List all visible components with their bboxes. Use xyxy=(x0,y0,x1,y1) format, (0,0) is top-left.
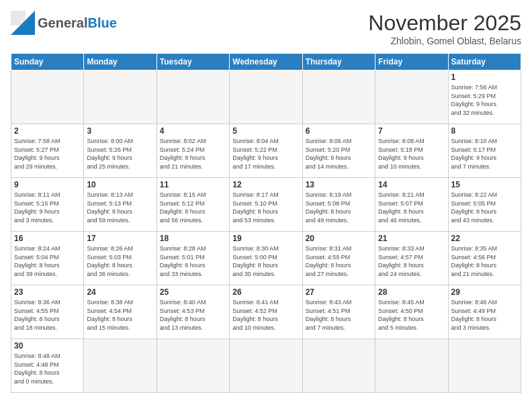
calendar-cell: 9Sunrise: 8:11 AM Sunset: 5:15 PM Daylig… xyxy=(11,178,84,232)
day-number: 11 xyxy=(160,180,226,189)
day-number: 2 xyxy=(14,126,81,136)
day-sun-info: Sunrise: 8:00 AM Sunset: 5:26 PM Dayligh… xyxy=(87,137,153,171)
day-number: 4 xyxy=(160,126,226,136)
day-number: 20 xyxy=(306,234,372,243)
day-number: 19 xyxy=(232,234,299,243)
calendar-cell xyxy=(448,339,521,393)
logo-general: General xyxy=(38,15,87,30)
calendar-cell xyxy=(230,339,302,393)
calendar-cell: 26Sunrise: 8:41 AM Sunset: 4:52 PM Dayli… xyxy=(230,285,302,339)
day-sun-info: Sunrise: 8:40 AM Sunset: 4:53 PM Dayligh… xyxy=(160,298,226,332)
calendar-cell: 1Sunrise: 7:56 AM Sunset: 5:29 PM Daylig… xyxy=(448,71,521,124)
calendar-cell: 13Sunrise: 8:19 AM Sunset: 5:08 PM Dayli… xyxy=(302,178,375,232)
day-number: 6 xyxy=(306,126,372,136)
calendar-cell xyxy=(84,339,157,393)
day-sun-info: Sunrise: 8:43 AM Sunset: 4:51 PM Dayligh… xyxy=(306,298,372,332)
weekday-header-tuesday: Tuesday xyxy=(157,54,229,71)
page-header: GeneralBlue November 2025 Zhlobin, Gomel… xyxy=(11,11,521,46)
calendar-cell: 22Sunrise: 8:35 AM Sunset: 4:56 PM Dayli… xyxy=(448,232,521,285)
day-number: 24 xyxy=(87,287,153,297)
calendar-cell xyxy=(230,71,302,124)
weekday-header-row: SundayMondayTuesdayWednesdayThursdayFrid… xyxy=(11,54,521,71)
weekday-header-wednesday: Wednesday xyxy=(230,54,302,71)
calendar-cell: 2Sunrise: 7:58 AM Sunset: 5:27 PM Daylig… xyxy=(11,124,84,178)
day-sun-info: Sunrise: 8:31 AM Sunset: 4:59 PM Dayligh… xyxy=(306,244,372,278)
calendar-cell: 18Sunrise: 8:28 AM Sunset: 5:01 PM Dayli… xyxy=(157,232,229,285)
day-number: 15 xyxy=(451,180,518,189)
calendar-week-row: 2Sunrise: 7:58 AM Sunset: 5:27 PM Daylig… xyxy=(11,124,521,178)
day-number: 28 xyxy=(378,287,445,297)
weekday-header-sunday: Sunday xyxy=(11,54,84,71)
day-number: 12 xyxy=(232,180,299,189)
calendar-cell xyxy=(157,339,229,393)
weekday-header-friday: Friday xyxy=(375,54,448,71)
day-sun-info: Sunrise: 8:11 AM Sunset: 5:15 PM Dayligh… xyxy=(14,191,81,224)
calendar-cell: 30Sunrise: 8:48 AM Sunset: 4:48 PM Dayli… xyxy=(11,339,84,393)
calendar-cell xyxy=(375,71,448,124)
day-number: 27 xyxy=(306,287,372,297)
calendar-cell: 29Sunrise: 8:46 AM Sunset: 4:49 PM Dayli… xyxy=(448,285,521,339)
calendar-cell: 8Sunrise: 8:10 AM Sunset: 5:17 PM Daylig… xyxy=(448,124,521,178)
day-number: 5 xyxy=(232,126,299,136)
month-title: November 2025 xyxy=(368,11,521,36)
day-sun-info: Sunrise: 8:30 AM Sunset: 5:00 PM Dayligh… xyxy=(232,244,299,278)
calendar-cell: 11Sunrise: 8:15 AM Sunset: 5:12 PM Dayli… xyxy=(157,178,229,232)
day-sun-info: Sunrise: 8:21 AM Sunset: 5:07 PM Dayligh… xyxy=(378,191,445,224)
calendar-cell xyxy=(157,71,229,124)
day-sun-info: Sunrise: 8:48 AM Sunset: 4:48 PM Dayligh… xyxy=(14,352,81,385)
calendar-body: 1Sunrise: 7:56 AM Sunset: 5:29 PM Daylig… xyxy=(11,71,521,393)
calendar-week-row: 30Sunrise: 8:48 AM Sunset: 4:48 PM Dayli… xyxy=(11,339,521,393)
calendar-cell: 4Sunrise: 8:02 AM Sunset: 5:24 PM Daylig… xyxy=(157,124,229,178)
calendar-header: SundayMondayTuesdayWednesdayThursdayFrid… xyxy=(11,54,521,71)
day-sun-info: Sunrise: 8:45 AM Sunset: 4:50 PM Dayligh… xyxy=(378,298,445,332)
calendar-cell: 6Sunrise: 8:06 AM Sunset: 5:20 PM Daylig… xyxy=(302,124,375,178)
calendar-cell: 16Sunrise: 8:24 AM Sunset: 5:04 PM Dayli… xyxy=(11,232,84,285)
day-sun-info: Sunrise: 8:19 AM Sunset: 5:08 PM Dayligh… xyxy=(306,191,372,224)
day-sun-info: Sunrise: 8:28 AM Sunset: 5:01 PM Dayligh… xyxy=(160,244,226,278)
weekday-header-monday: Monday xyxy=(84,54,157,71)
day-sun-info: Sunrise: 8:46 AM Sunset: 4:49 PM Dayligh… xyxy=(451,298,518,332)
logo: GeneralBlue xyxy=(11,11,117,35)
day-sun-info: Sunrise: 8:38 AM Sunset: 4:54 PM Dayligh… xyxy=(87,298,153,332)
calendar-cell: 3Sunrise: 8:00 AM Sunset: 5:26 PM Daylig… xyxy=(84,124,157,178)
calendar-cell: 25Sunrise: 8:40 AM Sunset: 4:53 PM Dayli… xyxy=(157,285,229,339)
day-sun-info: Sunrise: 7:56 AM Sunset: 5:29 PM Dayligh… xyxy=(451,83,518,117)
calendar-cell: 5Sunrise: 8:04 AM Sunset: 5:22 PM Daylig… xyxy=(230,124,302,178)
day-sun-info: Sunrise: 8:02 AM Sunset: 5:24 PM Dayligh… xyxy=(160,137,226,171)
calendar-cell: 20Sunrise: 8:31 AM Sunset: 4:59 PM Dayli… xyxy=(302,232,375,285)
day-number: 25 xyxy=(160,287,226,297)
calendar-cell: 19Sunrise: 8:30 AM Sunset: 5:00 PM Dayli… xyxy=(230,232,302,285)
day-number: 9 xyxy=(14,180,81,189)
day-sun-info: Sunrise: 8:08 AM Sunset: 5:18 PM Dayligh… xyxy=(378,137,445,171)
calendar-week-row: 1Sunrise: 7:56 AM Sunset: 5:29 PM Daylig… xyxy=(11,71,521,124)
day-sun-info: Sunrise: 8:24 AM Sunset: 5:04 PM Dayligh… xyxy=(14,244,81,278)
day-sun-info: Sunrise: 8:41 AM Sunset: 4:52 PM Dayligh… xyxy=(232,298,299,332)
day-number: 1 xyxy=(451,73,518,82)
day-number: 23 xyxy=(14,287,81,297)
day-sun-info: Sunrise: 8:35 AM Sunset: 4:56 PM Dayligh… xyxy=(451,244,518,278)
calendar-cell: 7Sunrise: 8:08 AM Sunset: 5:18 PM Daylig… xyxy=(375,124,448,178)
calendar-cell: 24Sunrise: 8:38 AM Sunset: 4:54 PM Dayli… xyxy=(84,285,157,339)
calendar-cell: 27Sunrise: 8:43 AM Sunset: 4:51 PM Dayli… xyxy=(302,285,375,339)
day-sun-info: Sunrise: 8:17 AM Sunset: 5:10 PM Dayligh… xyxy=(232,191,299,224)
title-block: November 2025 Zhlobin, Gomel Oblast, Bel… xyxy=(368,11,521,46)
day-number: 26 xyxy=(232,287,299,297)
day-sun-info: Sunrise: 8:15 AM Sunset: 5:12 PM Dayligh… xyxy=(160,191,226,224)
weekday-header-thursday: Thursday xyxy=(302,54,375,71)
calendar-cell: 17Sunrise: 8:26 AM Sunset: 5:03 PM Dayli… xyxy=(84,232,157,285)
calendar-cell: 10Sunrise: 8:13 AM Sunset: 5:13 PM Dayli… xyxy=(84,178,157,232)
calendar-week-row: 23Sunrise: 8:36 AM Sunset: 4:55 PM Dayli… xyxy=(11,285,521,339)
day-sun-info: Sunrise: 7:58 AM Sunset: 5:27 PM Dayligh… xyxy=(14,137,81,171)
calendar-cell xyxy=(375,339,448,393)
calendar-cell xyxy=(302,71,375,124)
day-sun-info: Sunrise: 8:06 AM Sunset: 5:20 PM Dayligh… xyxy=(306,137,372,171)
day-number: 30 xyxy=(14,341,81,351)
calendar-cell: 28Sunrise: 8:45 AM Sunset: 4:50 PM Dayli… xyxy=(375,285,448,339)
day-number: 13 xyxy=(306,180,372,189)
calendar-cell: 12Sunrise: 8:17 AM Sunset: 5:10 PM Dayli… xyxy=(230,178,302,232)
day-sun-info: Sunrise: 8:22 AM Sunset: 5:05 PM Dayligh… xyxy=(451,191,518,224)
day-number: 22 xyxy=(451,234,518,243)
calendar-cell: 23Sunrise: 8:36 AM Sunset: 4:55 PM Dayli… xyxy=(11,285,84,339)
day-number: 7 xyxy=(378,126,445,136)
calendar-cell xyxy=(84,71,157,124)
